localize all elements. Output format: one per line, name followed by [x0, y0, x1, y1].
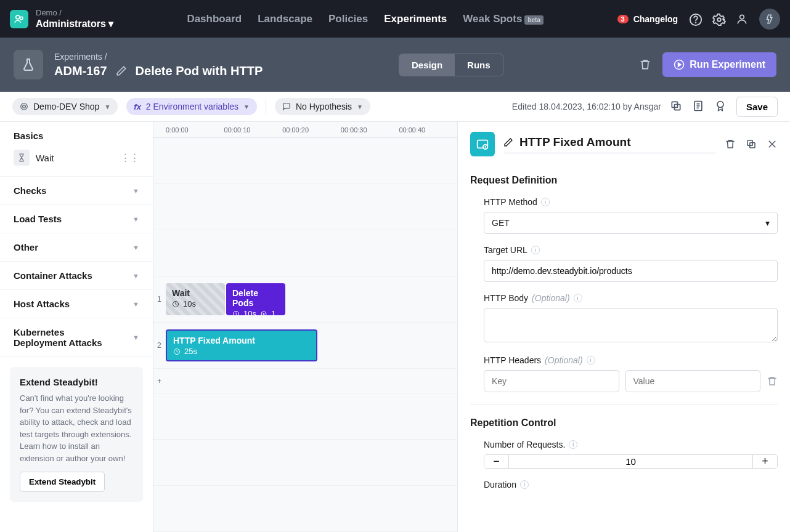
nav-policies[interactable]: Policies	[328, 13, 368, 25]
timeline-row[interactable]	[153, 138, 457, 184]
block-delete-pods[interactable]: Delete Pods 10s 1	[226, 283, 285, 315]
beta-badge: beta	[524, 15, 544, 25]
timeline-row[interactable]: 2 HTTP Fixed Amount 25s	[153, 323, 457, 369]
select-method[interactable]: GET▾	[484, 212, 778, 234]
comment-icon	[282, 102, 291, 111]
extend-title: Extend Steadybit!	[20, 377, 133, 387]
input-header-key[interactable]	[484, 370, 619, 392]
edit-icon[interactable]	[116, 65, 127, 76]
save-button[interactable]: Save	[736, 97, 778, 117]
info-icon[interactable]: i	[520, 480, 529, 489]
panel-title: HTTP Fixed Amount	[503, 135, 716, 153]
tab-design[interactable]: Design	[399, 54, 455, 76]
delete-icon[interactable]	[725, 139, 736, 150]
section-other[interactable]: Other▼	[0, 233, 153, 262]
section-basics[interactable]: Basics	[0, 122, 153, 143]
tab-runs[interactable]: Runs	[455, 54, 503, 76]
label-headers: HTTP Headers (Optional) i	[484, 355, 778, 365]
experiment-header: Experiments / ADM-167 Delete Pod with HT…	[0, 38, 790, 92]
view-tabs: Design Runs	[399, 54, 503, 76]
timeline-row[interactable]	[153, 486, 457, 532]
fx-icon: fx	[134, 102, 141, 111]
chevron-down-icon: ▼	[243, 103, 250, 110]
edited-info: Edited 18.04.2023, 16:02:10 by Ansgar	[512, 102, 661, 111]
input-url[interactable]	[484, 260, 778, 282]
decrement-button[interactable]: −	[484, 455, 509, 468]
info-icon[interactable]: i	[531, 246, 540, 254]
copy-icon[interactable]	[670, 100, 683, 113]
info-icon[interactable]: i	[569, 440, 577, 449]
timeline-row[interactable]: 1 Wait 10s Delete Pods 10s 1	[153, 276, 457, 323]
timeline-row[interactable]	[153, 230, 457, 276]
hypothesis-selector[interactable]: No Hypothesis▼	[275, 98, 370, 115]
nav-experiments[interactable]: Experiments	[384, 13, 447, 25]
help-icon[interactable]	[689, 13, 701, 25]
settings-icon[interactable]	[712, 13, 725, 25]
user-icon[interactable]	[736, 13, 748, 25]
play-icon	[674, 59, 685, 70]
svg-point-15	[717, 102, 723, 108]
delete-icon[interactable]	[639, 58, 651, 71]
delete-icon[interactable]	[767, 376, 778, 387]
badge-icon[interactable]	[714, 100, 728, 113]
label-url: Target URLi	[484, 245, 778, 255]
nav-landscape[interactable]: Landscape	[258, 13, 312, 25]
experiment-icon	[14, 50, 43, 79]
chevron-down-icon: ▼	[357, 103, 363, 110]
divider	[266, 99, 266, 114]
breadcrumb[interactable]: Experiments /	[54, 52, 263, 62]
timeline-row[interactable]	[153, 393, 457, 440]
row-number: 2	[157, 341, 161, 350]
edit-icon[interactable]	[503, 137, 513, 147]
nav-dashboard[interactable]: Dashboard	[187, 13, 242, 25]
close-icon[interactable]	[767, 139, 778, 150]
timeline-row[interactable]	[153, 440, 457, 486]
notes-icon[interactable]	[692, 100, 706, 113]
top-right-actions: 3Changelog	[617, 9, 780, 30]
org-logo[interactable]	[10, 10, 28, 28]
svg-point-5	[740, 15, 744, 19]
section-container[interactable]: Container Attacks▼	[0, 262, 153, 290]
label-duration: Duration i	[484, 480, 778, 490]
info-icon[interactable]: i	[541, 198, 550, 206]
divider	[470, 405, 778, 405]
block-http-fixed[interactable]: HTTP Fixed Amount 25s	[166, 329, 317, 361]
input-numreq[interactable]	[509, 455, 752, 468]
copy-icon[interactable]	[746, 139, 757, 150]
info-icon[interactable]: i	[574, 294, 582, 302]
clock-icon	[172, 300, 179, 308]
changelog-link[interactable]: 3Changelog	[617, 14, 678, 24]
nav-weakspots[interactable]: Weak Spotsbeta	[463, 13, 544, 25]
env-selector[interactable]: Demo-DEV Shop▼	[12, 98, 118, 115]
input-body[interactable]	[484, 308, 778, 342]
input-header-value[interactable]	[625, 370, 761, 392]
chevron-down-icon: ▼	[132, 334, 139, 341]
timeline-add-row[interactable]: +	[153, 369, 457, 393]
run-experiment-button[interactable]: Run Experiment	[662, 52, 776, 77]
org-name: Demo /	[36, 8, 113, 18]
section-loadtests[interactable]: Load Tests▼	[0, 205, 153, 233]
svg-point-7	[21, 103, 28, 110]
env-vars-selector[interactable]: fx 2 Environment variables▼	[126, 98, 257, 115]
main-nav: Dashboard Landscape Policies Experiments…	[187, 13, 544, 25]
extend-button[interactable]: Extend Steadybit	[20, 472, 105, 492]
sidebar-item-wait[interactable]: Wait ⋮⋮	[0, 143, 153, 172]
timeline: 0:00:00 00:00:10 00:00:20 00:00:30 00:00…	[153, 122, 457, 532]
avatar[interactable]	[759, 9, 780, 30]
chevron-down-icon: ▼	[132, 272, 139, 280]
target-icon	[260, 310, 267, 318]
block-wait[interactable]: Wait 10s	[166, 283, 225, 315]
row-number: 1	[157, 295, 161, 304]
svg-point-4	[717, 18, 721, 22]
org-selector[interactable]: Demo / Administrators▾	[36, 8, 113, 30]
chevron-down-icon: ▼	[132, 216, 139, 223]
timeline-row[interactable]	[153, 184, 457, 230]
extend-box: Extend Steadybit! Can't find what you're…	[10, 367, 143, 502]
info-icon[interactable]: i	[587, 356, 595, 365]
increment-button[interactable]: +	[752, 455, 777, 468]
section-k8s[interactable]: Kubernetes Deployment Attacks▼	[0, 318, 153, 357]
section-checks[interactable]: Checks▼	[0, 177, 153, 205]
section-host[interactable]: Host Attacks▼	[0, 290, 153, 318]
timeline-ruler: 0:00:00 00:00:10 00:00:20 00:00:30 00:00…	[153, 122, 457, 138]
drag-handle-icon[interactable]: ⋮⋮	[121, 152, 139, 163]
